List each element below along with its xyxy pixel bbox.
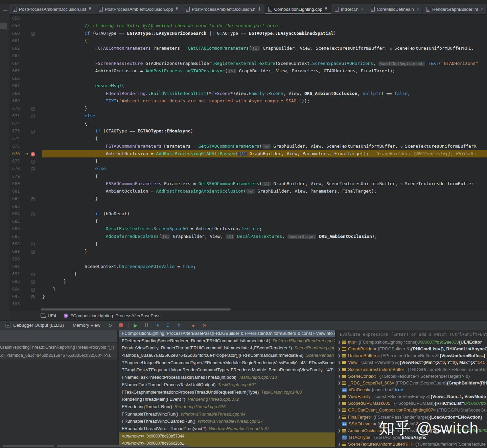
code-line-685[interactable]: 685 { (9, 218, 487, 225)
code-line-687[interactable]: 687 AddDeferredDecalPass([&] GraphBuilde… (9, 233, 487, 240)
line-number[interactable]: 672 (9, 120, 23, 127)
line-number[interactable]: 691 (9, 263, 23, 270)
variable-row[interactable]: ❯_RDG_ScopeRef_606 = {FRDGEventScopeGuar… (337, 380, 487, 387)
code-line-689[interactable]: 689⌃ } (9, 248, 487, 255)
line-number[interactable]: 689 (9, 248, 23, 255)
fold-open-icon[interactable]: ⌄ (31, 32, 35, 36)
hide-stripe-icon[interactable]: — (3, 7, 7, 13)
tab-debugger-output[interactable]: ▸ Debugger Output (LLDB) (3, 321, 67, 330)
frames-hscrollbar-thumb[interactable] (57, 445, 189, 447)
code-line-664[interactable]: 664 FScreenPassTexture GTAOHorizons(Grap… (9, 60, 487, 67)
frame-row[interactable]: TGraphTask<TEnqueueUniqueRenderCommandTy… (119, 366, 335, 374)
fold-close-icon[interactable]: ⌃ (31, 273, 35, 276)
expand-chevron-icon[interactable]: ❯ (337, 427, 342, 434)
expand-chevron-icon[interactable]: ❯ (337, 373, 342, 380)
frame-row[interactable]: FTaskGraphImplementation::ProcessThreadU… (119, 389, 335, 396)
code-line-676[interactable]: 676→✓ AmbientOcclusion = AddPostProcessi… (9, 150, 487, 157)
step-over-icon[interactable]: ↷ (154, 323, 161, 328)
line-number[interactable]: 658 (9, 15, 23, 22)
frame-row[interactable]: FRunnableThreadWin::_ThreadProc(void *)W… (119, 425, 335, 432)
line-number[interactable]: 696 (9, 300, 23, 308)
fold-close-icon[interactable]: ⌃ (31, 250, 35, 254)
stop-icon[interactable] (117, 323, 125, 328)
editor-hscrollbar[interactable] (9, 308, 487, 311)
fold-close-icon[interactable]: ⌃ (31, 280, 35, 284)
tab-RenderGraphBuilder.inl[interactable]: hRenderGraphBuilder.inl× (423, 4, 487, 14)
line-number[interactable]: 686 (9, 225, 23, 232)
more-options-icon[interactable]: ⋮ (211, 323, 219, 328)
line-number[interactable]: 670 (9, 105, 23, 112)
code-line-659[interactable]: 659 // If doing the Split GTAO method th… (9, 22, 487, 29)
fold-open-icon[interactable]: ⌄ (31, 213, 35, 216)
variable-row[interactable]: ❯View = {const FViewInfo &} {ViewRect={M… (337, 359, 487, 366)
line-number[interactable]: 685 (9, 218, 23, 225)
code-line-660[interactable]: 660⌄ if (GTAOType == EGTAOType::EAsyncHo… (9, 30, 487, 37)
thread-row[interactable]: .dll!<lambda_6a1c4a46db2515846765a335ec0… (0, 351, 117, 359)
expand-chevron-icon[interactable]: ❯ (337, 441, 342, 448)
variable-row[interactable]: ❯SceneTexturesUniformBufferRHI = {TUnifo… (337, 441, 487, 448)
variable-row[interactable]: ❯SceneContext = {TGlobalResource<FSceneR… (337, 373, 487, 380)
line-number[interactable]: 660 (9, 30, 23, 37)
line-number[interactable]: 687 (9, 233, 23, 240)
line-number[interactable]: 681 (9, 188, 23, 195)
code-line-696[interactable]: 696 (9, 300, 487, 308)
step-out-icon[interactable]: ↥ (175, 323, 183, 328)
threads-hscrollbar-thumb[interactable] (3, 445, 54, 447)
line-number[interactable]: 688 (9, 240, 23, 248)
variable-row[interactable]: ❯this = {FCompositionLighting *const} 0x… (337, 339, 487, 346)
close-icon[interactable]: × (417, 7, 419, 12)
rerun-icon[interactable]: ↻ (107, 323, 114, 328)
thread-row[interactable]: CrashReportingThread::CrashReportingThre… (0, 343, 117, 351)
line-number[interactable]: 666 (9, 75, 23, 82)
expand-chevron-icon[interactable]: ❯ (337, 366, 342, 373)
line-number[interactable]: 659 (9, 22, 23, 29)
line-number[interactable]: 674 (9, 135, 23, 142)
variable-row[interactable]: ❯GPUStatEvent_CompositionPreLighting607 … (337, 407, 487, 414)
close-icon[interactable]: × (481, 7, 483, 12)
line-number[interactable]: 667 (9, 82, 23, 90)
editor-hscrollbar-thumb[interactable] (41, 308, 231, 310)
line-number[interactable]: 669 (9, 97, 23, 105)
frame-row[interactable]: <lambda_83aa676af25f62e876425d334fdfc6e4… (119, 352, 335, 359)
tab-PostProcessAmbientOcclusion.h[interactable]: hPostProcessAmbientOcclusion.h (182, 4, 265, 14)
code-line-671[interactable]: 671⌄ else (9, 112, 487, 120)
line-number[interactable]: 677 (9, 157, 23, 165)
frame-row[interactable]: <unknown>0x00007ffc93b57344 (119, 432, 335, 440)
line-number[interactable]: 664 (9, 60, 23, 67)
expand-chevron-icon[interactable]: ❯ (337, 346, 342, 352)
code-line-672[interactable]: 672 { (9, 120, 487, 127)
line-number[interactable]: 680 (9, 180, 23, 188)
line-number[interactable]: 676 (9, 150, 23, 157)
line-number[interactable]: 682 (9, 195, 23, 202)
code-line-675[interactable]: 675 FGTAOCommonParameters Parameters = G… (9, 143, 487, 150)
expand-chevron-icon[interactable]: ❯ (337, 339, 342, 346)
view-breakpoints-icon[interactable]: ● (190, 323, 197, 328)
line-number[interactable]: 690 (9, 255, 23, 263)
line-number[interactable]: 663 (9, 52, 23, 59)
line-number[interactable]: 673 (9, 127, 23, 135)
fold-open-icon[interactable]: ⌄ (31, 115, 35, 118)
line-number[interactable]: 679 (9, 173, 23, 180)
frame-row[interactable]: FNamedTaskThread::ProcessTasksUntilQuit(… (119, 381, 335, 389)
code-line-674[interactable]: 674 { (9, 135, 487, 142)
fold-open-icon[interactable]: ⌄ (31, 167, 35, 171)
expand-chevron-icon[interactable]: ❯ (337, 380, 342, 387)
pause-icon[interactable] (143, 323, 150, 328)
expand-chevron-icon[interactable]: ❯ (337, 400, 342, 407)
expand-chevron-icon[interactable]: ❯ (337, 352, 342, 359)
code-line-680[interactable]: 680 FSSAOCommonParameters Parameters = G… (9, 180, 487, 188)
variable-row[interactable]: ❯SceneTexturesUniformBuffer = {TRDGUnifo… (337, 366, 487, 373)
code-editor[interactable]: 658659 // If doing the Split GTAO method… (9, 15, 487, 308)
variable-row[interactable]: 01bDoDecal = {const bool} true (337, 387, 487, 393)
code-line-682[interactable]: 682⌃ } (9, 195, 487, 202)
expand-chevron-icon[interactable]: ❯ (337, 393, 342, 400)
pin-icon[interactable] (324, 7, 328, 11)
frame-row[interactable]: RenderingThreadMain(FEvent *)RenderingTh… (119, 396, 335, 403)
expand-chevron-icon[interactable]: ❯ (337, 414, 342, 421)
line-number[interactable]: 665 (9, 67, 23, 75)
code-line-679[interactable]: 679 { (9, 173, 487, 180)
line-number[interactable]: 695 (9, 293, 23, 300)
variable-row[interactable]: ❯UniformBuffers = {FPersistentUniformBuf… (337, 352, 487, 359)
frames-panel[interactable]: FCompositionLighting::ProcessAfterBasePa… (119, 330, 335, 448)
fold-close-icon[interactable]: ⌃ (31, 197, 35, 201)
